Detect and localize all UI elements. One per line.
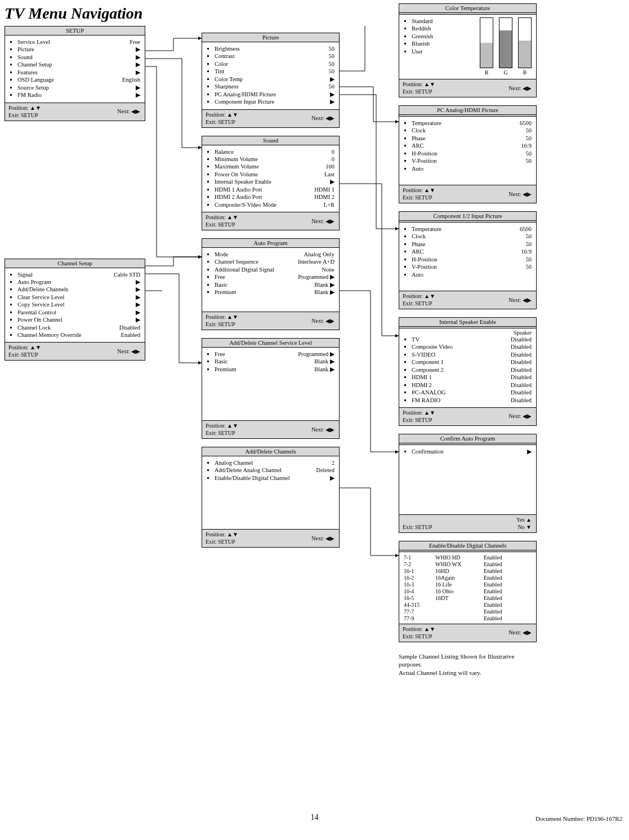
- panel-footer: Position: ▲▼Exit: SETUP Next: ◀▶: [202, 212, 339, 230]
- menu-item[interactable]: Component 2: [412, 366, 444, 374]
- panel-add-delete-channels: Add/Delete Channels Analog Channel2 Add/…: [202, 447, 340, 548]
- confirm-no[interactable]: No ▼: [516, 523, 532, 531]
- menu-item[interactable]: Composite/S-Video Mode: [215, 201, 276, 208]
- menu-item[interactable]: Confirmation: [412, 448, 444, 455]
- panel-footer: Position: ▲▼Exit: SETUP Next: ◀▶: [399, 407, 536, 425]
- confirm-yes[interactable]: Yes ▲: [516, 516, 532, 523]
- menu-item[interactable]: Clock: [412, 233, 426, 240]
- panel-title: Add/Delete Channel Service Level: [202, 339, 339, 348]
- menu-item[interactable]: Maximum Volume: [215, 163, 259, 170]
- menu-item[interactable]: Phase: [412, 241, 426, 248]
- menu-item[interactable]: Minimum Volume: [215, 155, 258, 163]
- panel-footer: Position: ▲▼Exit: SETUP Next: ◀▶: [202, 420, 339, 438]
- menu-item[interactable]: Temperature: [412, 225, 441, 233]
- menu-item[interactable]: Component 1: [412, 358, 444, 366]
- menu-item[interactable]: ARC: [412, 248, 424, 255]
- menu-item[interactable]: Power On Volume: [215, 171, 258, 178]
- setup-item[interactable]: Source Setup: [17, 84, 49, 91]
- menu-item[interactable]: Copy Service Level: [17, 301, 64, 308]
- panel-component-input: Component 1/2 Input Picture Temperature6…: [399, 211, 537, 309]
- menu-item[interactable]: Sharpness: [215, 83, 239, 90]
- menu-item[interactable]: Premium: [215, 366, 237, 373]
- menu-item[interactable]: Premium: [215, 288, 237, 296]
- menu-item[interactable]: ARC: [412, 142, 424, 149]
- panel-title: PC Analog/HDMI Picture: [399, 106, 536, 117]
- menu-item[interactable]: Parental Control: [17, 309, 56, 316]
- panel-footer: Position: ▲▼Exit: SETUP Next: ◀▶: [202, 312, 339, 330]
- menu-item[interactable]: Color Temp: [215, 75, 243, 83]
- panel-title: Add/Delete Channels: [202, 447, 339, 456]
- menu-item[interactable]: S-VIDEO: [412, 351, 435, 358]
- menu-item[interactable]: Channel Lock: [17, 324, 51, 331]
- menu-item[interactable]: Channel Sequence: [215, 258, 258, 265]
- setup-item[interactable]: Sound: [17, 54, 33, 61]
- menu-item[interactable]: Additional Digital Signal: [215, 266, 274, 273]
- menu-item[interactable]: Signal: [17, 271, 33, 278]
- menu-item[interactable]: Phase: [412, 135, 426, 142]
- setup-item[interactable]: Features: [17, 69, 38, 76]
- panel-footer: Position: ▲▼Exit: SETUP Next: ◀▶: [5, 342, 145, 360]
- menu-item[interactable]: Channel Memory Override: [17, 331, 82, 339]
- channel-listing-note: Sample Channel Listing Shown for Illustr…: [399, 652, 537, 677]
- menu-item[interactable]: Standard: [412, 17, 432, 25]
- setup-item[interactable]: Service Level: [17, 38, 50, 46]
- menu-item[interactable]: Auto: [412, 271, 423, 278]
- menu-item[interactable]: PC-ANALOG: [412, 389, 446, 396]
- menu-item[interactable]: Composite Video: [412, 343, 453, 350]
- speaker-column-header: Speaker: [399, 328, 536, 336]
- panel-internal-speaker: Internal Speaker Enable Speaker TVDisabl…: [399, 317, 537, 426]
- menu-item[interactable]: Add/Delete Analog Channel: [215, 466, 282, 474]
- panel-footer: Position: ▲▼Exit: SETUP Next: ◀▶: [399, 624, 536, 642]
- menu-item[interactable]: User: [412, 48, 423, 55]
- panel-title: Channel Setup: [5, 259, 145, 268]
- menu-item[interactable]: Internal Speaker Enable: [215, 178, 271, 185]
- menu-item[interactable]: HDMI 1 Audio Port: [215, 186, 262, 193]
- menu-item[interactable]: Clock: [412, 127, 426, 134]
- menu-item[interactable]: Free: [215, 350, 225, 358]
- menu-item[interactable]: Blueish: [412, 40, 430, 47]
- menu-item[interactable]: TV: [412, 336, 420, 343]
- menu-item[interactable]: Basic: [215, 358, 227, 365]
- menu-item[interactable]: Greenish: [412, 33, 433, 40]
- setup-item[interactable]: FM Radio: [17, 91, 42, 99]
- menu-item[interactable]: V-Position: [412, 157, 437, 165]
- panel-title-setup: SETUP: [5, 26, 145, 35]
- menu-item[interactable]: Auto Program: [17, 278, 51, 286]
- panel-footer: Position: ▲▼Exit: SETUP Next: ◀▶: [399, 185, 536, 203]
- digital-channel-table: 7-1WHIO HDEnabled 7-2WHIO WXEnabled 16-1…: [399, 552, 536, 624]
- panel-auto-program: Auto Program ModeAnalog Only Channel Seq…: [202, 238, 340, 330]
- menu-item[interactable]: Power On Channel: [17, 316, 63, 323]
- menu-item[interactable]: Contrast: [215, 52, 235, 60]
- menu-item[interactable]: HDMI 2 Audio Port: [215, 193, 262, 201]
- menu-item[interactable]: V-Position: [412, 263, 437, 270]
- menu-item[interactable]: Component Input Picture: [215, 98, 274, 105]
- menu-item[interactable]: Enable/Disable Digital Channel: [215, 474, 290, 482]
- setup-item[interactable]: OSD Language: [17, 76, 54, 83]
- panel-sound: Sound Balance0 Minimum Volume0 Maximum V…: [202, 136, 340, 231]
- menu-item[interactable]: H-Position: [412, 150, 438, 157]
- menu-item[interactable]: Brightness: [215, 45, 240, 52]
- menu-item[interactable]: PC Analog/HDMI Picture: [215, 91, 276, 98]
- setup-item[interactable]: Channel Setup: [17, 61, 52, 68]
- menu-item[interactable]: FM RADIO: [412, 397, 440, 404]
- menu-item[interactable]: Add/Delete Channels: [17, 286, 68, 293]
- setup-item[interactable]: Picture: [17, 46, 34, 53]
- menu-item[interactable]: Color: [215, 60, 228, 68]
- menu-item[interactable]: Balance: [215, 148, 234, 155]
- menu-item[interactable]: Clear Service Level: [17, 294, 64, 301]
- menu-item[interactable]: Temperature: [412, 119, 441, 127]
- menu-item[interactable]: Mode: [215, 251, 229, 258]
- menu-item[interactable]: H-Position: [412, 256, 438, 263]
- panel-add-delete-svc: Add/Delete Channel Service Level FreePro…: [202, 338, 340, 439]
- menu-item[interactable]: Analog Channel: [215, 459, 253, 466]
- menu-item[interactable]: Auto: [412, 165, 423, 172]
- panel-color-temperature: Color Temperature Standard Reddish Green…: [399, 3, 537, 97]
- panel-title: Sound: [202, 136, 339, 145]
- menu-item[interactable]: Reddish: [412, 25, 431, 32]
- panel-title: Internal Speaker Enable: [399, 318, 536, 328]
- menu-item[interactable]: HDMI 2: [412, 381, 432, 389]
- menu-item[interactable]: Free: [215, 273, 225, 281]
- menu-item[interactable]: Basic: [215, 281, 227, 288]
- menu-item[interactable]: Tint: [215, 68, 224, 75]
- menu-item[interactable]: HDMI 1: [412, 374, 432, 381]
